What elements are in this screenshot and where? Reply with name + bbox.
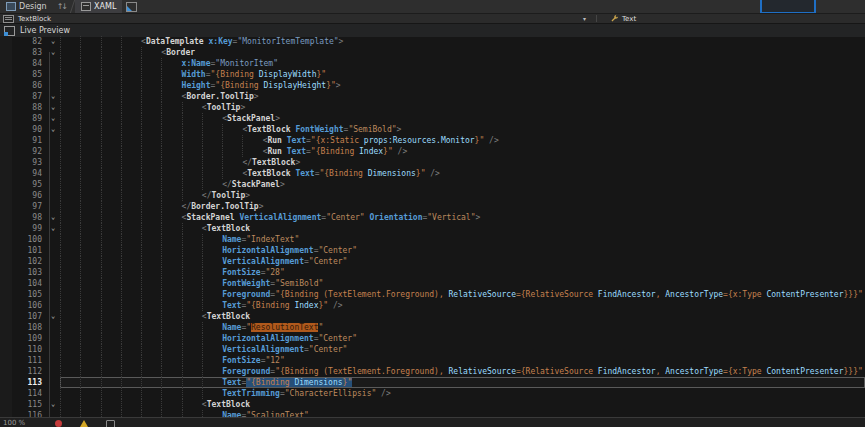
glyph-margin[interactable]	[0, 267, 12, 278]
fold-chevron-icon[interactable]: ⌄	[46, 124, 60, 135]
line-number[interactable]: 94	[12, 168, 46, 179]
line-number[interactable]: 93	[12, 157, 46, 168]
code-text[interactable]: <Run Text="{Binding Index}" />	[60, 146, 865, 157]
code-line[interactable]: 112Foreground="{Binding (TextElement.For…	[0, 366, 865, 377]
line-number[interactable]: 85	[12, 69, 46, 80]
line-number[interactable]: 95	[12, 179, 46, 190]
code-line[interactable]: 111FontSize="12"	[0, 355, 865, 366]
line-number[interactable]: 101	[12, 245, 46, 256]
code-text[interactable]: <TextBlock	[60, 399, 865, 410]
glyph-margin[interactable]	[0, 300, 12, 311]
line-number[interactable]: 111	[12, 355, 46, 366]
glyph-margin[interactable]	[0, 234, 12, 245]
glyph-margin[interactable]	[0, 102, 12, 113]
errors-icon[interactable]	[55, 420, 62, 427]
line-number[interactable]: 114	[12, 388, 46, 399]
line-number[interactable]: 96	[12, 190, 46, 201]
glyph-margin[interactable]	[0, 278, 12, 289]
code-text[interactable]: <ToolTip>	[60, 102, 865, 113]
code-line[interactable]: 113Text="{Binding Dimensions}"	[0, 377, 865, 388]
code-line[interactable]: 97</Border.ToolTip>	[0, 201, 865, 212]
breadcrumb-element-label[interactable]: TextBlock	[18, 15, 51, 23]
code-text[interactable]: Text="{Binding Dimensions}"	[60, 377, 865, 388]
code-text[interactable]: VerticalAlignment="Center"	[60, 256, 865, 267]
code-line[interactable]: 105Foreground="{Binding (TextElement.For…	[0, 289, 865, 300]
code-text[interactable]: <StackPanel>	[60, 113, 865, 124]
swap-panes-icon[interactable]: ↑↓	[53, 2, 70, 11]
code-line[interactable]: 92<Run Text="{Binding Index}" />	[0, 146, 865, 157]
code-text[interactable]: VerticalAlignment="Center"	[60, 344, 865, 355]
code-line[interactable]: 107⌄<TextBlock	[0, 311, 865, 322]
line-number[interactable]: 105	[12, 289, 46, 300]
warnings-icon[interactable]	[80, 420, 88, 427]
fold-chevron-icon[interactable]: ⌄	[46, 102, 60, 113]
glyph-margin[interactable]	[0, 355, 12, 366]
line-number[interactable]: 98	[12, 212, 46, 223]
code-text[interactable]: </ToolTip>	[60, 190, 865, 201]
glyph-margin[interactable]	[0, 47, 12, 58]
glyph-margin[interactable]	[0, 311, 12, 322]
code-line[interactable]: 95</StackPanel>	[0, 179, 865, 190]
code-text[interactable]: </Border.ToolTip>	[60, 201, 865, 212]
fold-chevron-icon[interactable]: ⌄	[46, 212, 60, 223]
code-line[interactable]: 100Name="IndexText"	[0, 234, 865, 245]
code-line[interactable]: 88⌄<ToolTip>	[0, 102, 865, 113]
code-text[interactable]: </StackPanel>	[60, 179, 865, 190]
code-text[interactable]: <TextBlock Text="{Binding Dimensions}" /…	[60, 168, 865, 179]
line-number[interactable]: 90	[12, 124, 46, 135]
code-line[interactable]: 86Height="{Binding DisplayHeight}">	[0, 80, 865, 91]
code-line[interactable]: 82⌄<DataTemplate x:Key="MonitorItemTempl…	[0, 36, 865, 47]
fold-chevron-icon[interactable]: ⌄	[46, 36, 60, 47]
line-number[interactable]: 91	[12, 135, 46, 146]
line-number[interactable]: 112	[12, 366, 46, 377]
pane-toggle-button[interactable]	[760, 0, 816, 14]
tab-design[interactable]: Design	[0, 0, 53, 13]
glyph-margin[interactable]	[0, 113, 12, 124]
code-line[interactable]: 110VerticalAlignment="Center"	[0, 344, 865, 355]
code-text[interactable]: HorizontalAlignment="Center"	[60, 333, 865, 344]
glyph-margin[interactable]	[0, 366, 12, 377]
glyph-margin[interactable]	[0, 168, 12, 179]
glyph-margin[interactable]	[0, 212, 12, 223]
glyph-margin[interactable]	[0, 190, 12, 201]
glyph-margin[interactable]	[0, 322, 12, 333]
code-text[interactable]: FontWeight="SemiBold"	[60, 278, 865, 289]
glyph-margin[interactable]	[0, 256, 12, 267]
glyph-margin[interactable]	[0, 289, 12, 300]
tab-xaml[interactable]: XAML	[75, 0, 122, 13]
code-line[interactable]: 102VerticalAlignment="Center"	[0, 256, 865, 267]
code-line[interactable]: 94<TextBlock Text="{Binding Dimensions}"…	[0, 168, 865, 179]
code-text[interactable]: <Border	[60, 47, 865, 58]
code-text[interactable]: FontSize="12"	[60, 355, 865, 366]
line-number[interactable]: 115	[12, 399, 46, 410]
code-line[interactable]: 101HorizontalAlignment="Center"	[0, 245, 865, 256]
code-line[interactable]: 99⌄<TextBlock	[0, 223, 865, 234]
code-line[interactable]: 109HorizontalAlignment="Center"	[0, 333, 865, 344]
member-navigator[interactable]: Text	[610, 14, 636, 23]
code-text[interactable]: <StackPanel VerticalAlignment="Center" O…	[60, 212, 865, 223]
code-line[interactable]: 93</TextBlock>	[0, 157, 865, 168]
line-number[interactable]: 103	[12, 267, 46, 278]
line-number[interactable]: 113	[12, 377, 46, 388]
code-text[interactable]: Foreground="{Binding (TextElement.Foregr…	[60, 289, 865, 300]
line-number[interactable]: 108	[12, 322, 46, 333]
code-line[interactable]: 104FontWeight="SemiBold"	[0, 278, 865, 289]
line-number[interactable]: 104	[12, 278, 46, 289]
code-text[interactable]: <DataTemplate x:Key="MonitorItemTemplate…	[60, 36, 865, 47]
zoom-level-label[interactable]: 100 %	[3, 419, 25, 427]
code-line[interactable]: 98⌄<StackPanel VerticalAlignment="Center…	[0, 212, 865, 223]
code-line[interactable]: 84x:Name="MonitorItem"	[0, 58, 865, 69]
fold-chevron-icon[interactable]: ⌄	[46, 399, 60, 410]
fold-chevron-icon[interactable]: ⌄	[46, 47, 60, 58]
code-line[interactable]: 103FontSize="28"	[0, 267, 865, 278]
code-text[interactable]: </TextBlock>	[60, 157, 865, 168]
line-number[interactable]: 88	[12, 102, 46, 113]
line-number[interactable]: 84	[12, 58, 46, 69]
glyph-margin[interactable]	[0, 80, 12, 91]
code-text[interactable]: Name="IndexText"	[60, 234, 865, 245]
messages-icon[interactable]	[106, 420, 115, 427]
popout-window-icon[interactable]	[126, 2, 137, 12]
code-text[interactable]: HorizontalAlignment="Center"	[60, 245, 865, 256]
glyph-margin[interactable]	[0, 388, 12, 399]
glyph-margin[interactable]	[0, 36, 12, 47]
